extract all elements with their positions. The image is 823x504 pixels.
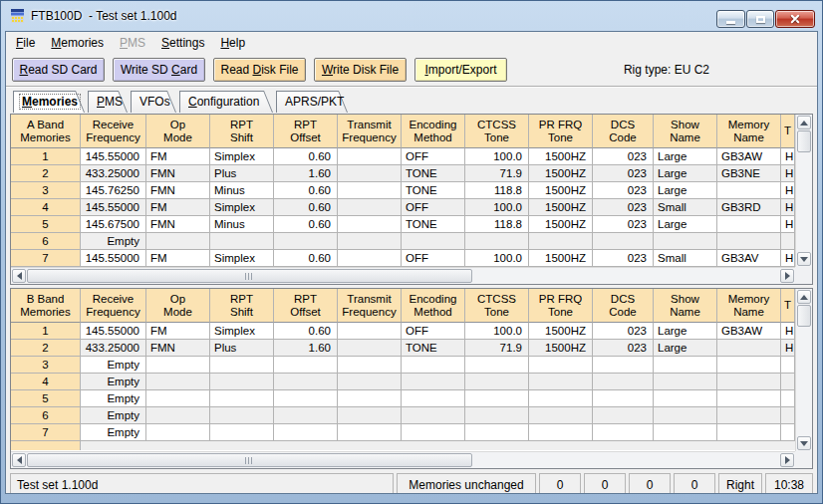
row-number[interactable]: 5 <box>11 216 81 233</box>
tab-configuration[interactable]: Configuration <box>179 91 273 113</box>
cell[interactable] <box>146 374 210 390</box>
cell[interactable]: 71.9 <box>465 340 529 357</box>
cell[interactable]: H <box>781 216 795 233</box>
cell[interactable]: 433.25000 <box>81 165 146 182</box>
cell[interactable]: 1500HZ <box>529 216 593 233</box>
cell[interactable] <box>338 233 402 250</box>
vertical-scroll-thumb[interactable] <box>797 130 811 152</box>
row-number[interactable]: 7 <box>11 424 81 441</box>
cell[interactable] <box>338 165 402 182</box>
close-button[interactable] <box>775 10 815 28</box>
cell[interactable] <box>338 357 402 374</box>
cell[interactable] <box>465 390 529 407</box>
cell[interactable]: 023 <box>593 199 654 216</box>
cell[interactable] <box>593 357 654 374</box>
cell[interactable]: FMN <box>146 182 210 199</box>
cell[interactable]: OFF <box>402 148 465 165</box>
cell[interactable] <box>654 357 717 374</box>
cell[interactable] <box>781 390 795 407</box>
cell[interactable] <box>529 407 593 424</box>
cell[interactable]: 1500HZ <box>529 199 593 216</box>
scroll-right-button[interactable] <box>780 269 794 283</box>
cell[interactable]: 145.55000 <box>81 199 146 216</box>
cell[interactable]: OFF <box>402 250 465 267</box>
cell[interactable] <box>402 407 465 424</box>
horizontal-scroll-thumb[interactable] <box>27 269 472 283</box>
cell[interactable]: OFF <box>402 323 465 340</box>
cell[interactable] <box>274 233 338 250</box>
cell[interactable] <box>529 374 593 390</box>
cell[interactable] <box>593 233 654 250</box>
cell[interactable] <box>338 424 402 441</box>
cell[interactable]: H <box>781 199 795 216</box>
cell[interactable]: Empty <box>81 374 146 390</box>
cell[interactable]: FMN <box>146 165 210 182</box>
cell[interactable] <box>146 357 210 374</box>
cell[interactable]: 023 <box>593 323 654 340</box>
row-number[interactable]: 4 <box>11 199 81 216</box>
cell[interactable]: Large <box>654 148 717 165</box>
maximize-button[interactable] <box>746 10 774 28</box>
cell[interactable]: Large <box>654 165 717 182</box>
cell[interactable]: Large <box>654 340 717 357</box>
cell[interactable]: 1500HZ <box>529 182 593 199</box>
menu-file[interactable]: File <box>8 32 43 53</box>
cell[interactable] <box>717 357 781 374</box>
cell[interactable]: FM <box>146 323 210 340</box>
read-disk-file-button[interactable]: Read Disk File <box>213 58 306 82</box>
cell[interactable] <box>402 374 465 390</box>
cell[interactable] <box>593 374 654 390</box>
cell[interactable] <box>274 374 338 390</box>
scroll-up-button[interactable] <box>797 290 811 304</box>
cell[interactable]: 118.8 <box>465 216 529 233</box>
menu-memories[interactable]: Memories <box>43 32 112 53</box>
cell[interactable]: 023 <box>593 182 654 199</box>
import-export-button[interactable]: Import/Export <box>414 58 507 82</box>
cell[interactable]: 0.60 <box>274 182 338 199</box>
cell[interactable] <box>338 390 402 407</box>
cell[interactable] <box>654 390 717 407</box>
row-number[interactable]: 3 <box>11 357 81 374</box>
cell[interactable]: OFF <box>402 199 465 216</box>
menu-settings[interactable]: Settings <box>153 32 212 53</box>
cell[interactable]: 1500HZ <box>529 323 593 340</box>
scroll-left-button[interactable] <box>12 453 26 467</box>
cell[interactable]: 023 <box>593 250 654 267</box>
cell[interactable]: Small <box>654 250 717 267</box>
cell[interactable] <box>210 424 274 441</box>
cell[interactable] <box>338 407 402 424</box>
cell[interactable] <box>146 407 210 424</box>
cell[interactable]: H <box>781 182 795 199</box>
cell[interactable] <box>717 424 781 441</box>
cell[interactable]: 100.0 <box>465 199 529 216</box>
cell[interactable] <box>529 424 593 441</box>
row-number[interactable]: 1 <box>11 148 81 165</box>
cell[interactable]: 71.9 <box>465 165 529 182</box>
cell[interactable] <box>654 374 717 390</box>
cell[interactable] <box>402 390 465 407</box>
cell[interactable] <box>338 199 402 216</box>
scroll-down-button[interactable] <box>797 252 811 266</box>
cell[interactable] <box>654 424 717 441</box>
row-number[interactable]: 2 <box>11 340 81 357</box>
cell[interactable]: 1500HZ <box>529 250 593 267</box>
cell[interactable]: 145.55000 <box>81 323 146 340</box>
cell[interactable] <box>465 424 529 441</box>
vertical-scroll-track[interactable] <box>797 153 811 251</box>
cell[interactable]: Simplex <box>210 148 274 165</box>
cell[interactable]: Plus <box>210 340 274 357</box>
cell[interactable] <box>781 407 795 424</box>
cell[interactable] <box>210 357 274 374</box>
cell[interactable] <box>274 357 338 374</box>
scroll-up-button[interactable] <box>797 116 811 129</box>
cell[interactable] <box>210 407 274 424</box>
row-number[interactable]: 4 <box>11 374 81 390</box>
write-sd-card-button[interactable]: Write SD Card <box>113 58 205 82</box>
horizontal-scroll-track[interactable] <box>473 269 779 283</box>
cell[interactable]: FM <box>146 250 210 267</box>
cell[interactable] <box>781 374 795 390</box>
cell[interactable]: H <box>781 165 795 182</box>
cell[interactable]: 023 <box>593 340 654 357</box>
cell[interactable] <box>593 424 654 441</box>
cell[interactable] <box>529 390 593 407</box>
